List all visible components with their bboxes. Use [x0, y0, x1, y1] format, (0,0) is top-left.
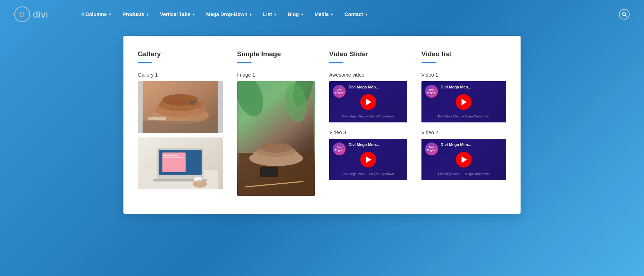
chevron-down-icon: ▼ — [365, 13, 368, 16]
nav-label-mega-dropdown: Mega Drop-Down — [206, 11, 247, 17]
nav-items: 4 Columns ▼ Products ▼ Vertical Tabs ▼ M… — [77, 9, 619, 20]
divi-engine-logo-2: Divi Engine — [333, 142, 346, 155]
play-button-2[interactable] — [360, 152, 376, 168]
nav-label-list: List — [263, 11, 272, 17]
video-slider-section-2: Video 3 Divi Engine Divi Mega Men... Div… — [329, 130, 407, 180]
svg-rect-16 — [164, 157, 183, 158]
simple-image-divider — [237, 62, 252, 63]
video-list-subtitle-2: Divi Mega Menu – Mega Drop-down — [424, 172, 504, 176]
video-slider-subtitle-2: Divi Mega Menu – Mega Drop-down — [332, 172, 404, 176]
svg-rect-15 — [164, 155, 178, 156]
play-button-1[interactable] — [360, 94, 376, 110]
gallery-thumb-1[interactable] — [138, 81, 223, 133]
gallery-title: Gallery — [138, 50, 223, 58]
video-list-column: Video list Video 1 Divi Engine Divi Mega… — [414, 50, 507, 196]
video-list-label-1[interactable]: Video 1 — [421, 72, 507, 78]
chevron-down-icon: ▼ — [330, 13, 334, 16]
chevron-down-icon: ▼ — [249, 13, 252, 16]
gallery-thumb-2[interactable] — [138, 137, 223, 189]
chevron-down-icon: ▼ — [192, 13, 195, 16]
navbar: D divi 4 Columns ▼ Products ▼ Vertical T… — [0, 0, 644, 29]
video-list-title-1: Divi Mega Men... — [441, 85, 504, 89]
video-list-subtitle-1: Divi Mega Menu – Mega Drop-down — [424, 115, 504, 118]
gallery-divider — [138, 62, 152, 63]
nav-item-4columns[interactable]: 4 Columns ▼ — [77, 9, 116, 20]
video-slider-title: Video Slider — [329, 50, 407, 58]
video-slider-title-1: Divi Mega Men... — [348, 85, 404, 89]
video-list-title: Video list — [421, 50, 507, 58]
nav-item-vertical-tabs[interactable]: Vertical Tabs ▼ — [156, 9, 200, 20]
video-list-section-2: Video 2 Divi Engine Divi Mega Men... Div… — [421, 130, 507, 180]
nav-item-media[interactable]: Media ▼ — [310, 9, 338, 20]
video-list-thumb-1[interactable]: Divi Engine Divi Mega Men... Divi Mega M… — [421, 81, 507, 122]
nav-item-list[interactable]: List ▼ — [259, 9, 281, 20]
logo[interactable]: D divi — [14, 6, 48, 22]
svg-point-28 — [260, 143, 292, 153]
video-slider-thumb-1[interactable]: Divi Engine Divi Mega Men... Divi Mega M… — [329, 81, 407, 122]
video-slider-label-2[interactable]: Video 3 — [329, 130, 407, 135]
svg-point-9 — [190, 101, 196, 105]
video-slider-label-1[interactable]: Awesome video — [329, 72, 407, 78]
mega-dropdown-panel: Gallery Gallery 1 — [123, 36, 521, 214]
video-slider-title-2: Divi Mega Men... — [348, 142, 404, 147]
svg-rect-7 — [143, 121, 218, 133]
svg-rect-8 — [148, 117, 166, 120]
play-button-4[interactable] — [456, 152, 472, 168]
gallery-item-1-label[interactable]: Gallery 1 — [138, 72, 223, 78]
simple-image-thumb[interactable] — [237, 81, 315, 196]
video-list-title-2: Divi Mega Men... — [441, 142, 504, 147]
svg-rect-30 — [260, 168, 277, 176]
video-list-section-1: Video 1 Divi Engine Divi Mega Men... Div… — [421, 72, 507, 122]
nav-item-contact[interactable]: Contact ▼ — [340, 9, 372, 20]
video-list-divider — [421, 62, 436, 63]
video-slider-column: Video Slider Awesome video Divi Engine D… — [322, 50, 414, 196]
nav-item-mega-dropdown[interactable]: Mega Drop-Down ▼ — [202, 9, 257, 20]
svg-point-19 — [193, 180, 207, 188]
chevron-down-icon: ▼ — [300, 13, 304, 16]
nav-label-4columns: 4 Columns — [81, 11, 107, 17]
nav-label-contact: Contact — [345, 11, 363, 17]
play-icon-3 — [462, 99, 467, 105]
logo-icon: D — [14, 6, 30, 22]
nav-label-blog: Blog — [288, 11, 299, 17]
video-list-label-2[interactable]: Video 2 — [421, 130, 507, 135]
logo-wordmark: divi — [33, 9, 48, 20]
search-button[interactable] — [619, 9, 630, 20]
divi-engine-logo-1: Divi Engine — [333, 85, 346, 98]
play-button-3[interactable] — [456, 94, 472, 110]
play-icon-1 — [366, 99, 371, 105]
video-slider-thumb-2[interactable]: Divi Engine Divi Mega Men... Divi Mega M… — [329, 139, 407, 180]
nav-label-vertical-tabs: Vertical Tabs — [160, 11, 190, 17]
nav-label-media: Media — [314, 11, 329, 17]
simple-image-title: Simple Image — [237, 50, 315, 58]
gallery-column: Gallery Gallery 1 — [138, 50, 230, 196]
main-content: Gallery Gallery 1 — [0, 29, 644, 276]
nav-item-blog[interactable]: Blog ▼ — [283, 9, 308, 20]
play-icon-4 — [462, 156, 467, 163]
nav-item-products[interactable]: Products ▼ — [118, 9, 154, 20]
chevron-down-icon: ▼ — [108, 13, 112, 16]
video-slider-subtitle-1: Divi Mega Menu – Mega Drop-down — [332, 115, 404, 118]
video-list-thumb-2[interactable]: Divi Engine Divi Mega Men... Divi Mega M… — [421, 139, 507, 180]
gallery-grid — [138, 81, 223, 189]
video-slider-divider — [329, 62, 343, 63]
chevron-down-icon: ▼ — [273, 13, 277, 16]
nav-label-products: Products — [123, 11, 145, 17]
video-slider-section-1: Awesome video Divi Engine Divi Mega Men.… — [329, 72, 407, 122]
chevron-down-icon: ▼ — [146, 13, 149, 16]
play-icon-2 — [366, 156, 371, 163]
simple-image-column: Simple Image Image 1 — [230, 50, 322, 196]
svg-line-1 — [625, 15, 627, 17]
divi-engine-logo-4: Divi Engine — [425, 142, 438, 155]
simple-image-item-1-label[interactable]: Image 1 — [237, 72, 315, 78]
divi-engine-logo-3: Divi Engine — [425, 85, 438, 98]
